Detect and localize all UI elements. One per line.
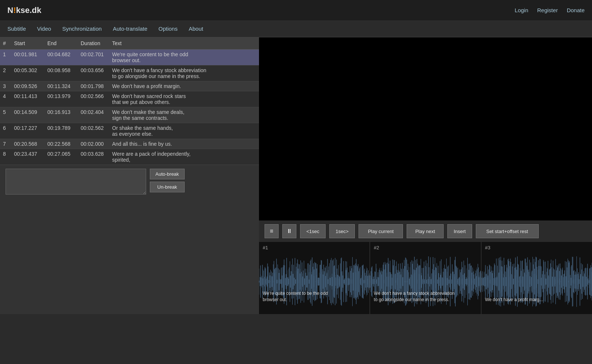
main-content: # Start End Duration Text 1 00:01.981 00… — [0, 37, 592, 314]
table-row[interactable]: 6 00:17.227 00:19.789 00:02.562 Or shake… — [0, 123, 259, 139]
row-num: 6 — [0, 123, 11, 139]
header-nav: Login Register Donate — [515, 7, 585, 13]
editor-buttons: Auto-break Un-break — [150, 169, 185, 192]
row-start: 00:14.509 — [11, 107, 44, 123]
row-text: We're quite content to be the odd browse… — [109, 50, 259, 65]
row-duration: 00:03.656 — [78, 65, 109, 81]
table-row[interactable]: 2 00:05.302 00:08.958 00:03.656 We don't… — [0, 65, 259, 81]
plus-sec-button[interactable]: 1sec> — [329, 224, 355, 238]
waveform-subtitle-text: We're quite content to be the oddbrowser… — [263, 290, 366, 303]
navigation: Subtitle Video Synchronization Auto-tran… — [0, 20, 592, 37]
row-end: 00:27.065 — [44, 149, 78, 165]
nav-video[interactable]: Video — [37, 26, 51, 32]
editor-row: Auto-break Un-break — [6, 169, 253, 195]
waveform-label: #2 — [374, 245, 379, 250]
row-start: 00:11.413 — [11, 91, 44, 107]
row-end: 00:16.913 — [44, 107, 78, 123]
un-break-button[interactable]: Un-break — [150, 182, 185, 192]
video-area — [259, 37, 592, 220]
set-start-button[interactable]: Set start+offset rest — [476, 224, 539, 238]
row-text: Were are a pack of independently, spirit… — [109, 149, 259, 165]
pause-icon-button[interactable]: ⏸ — [282, 224, 296, 238]
row-start: 00:09.526 — [11, 81, 44, 91]
col-header-duration: Duration — [78, 37, 109, 50]
row-end: 00:04.682 — [44, 50, 78, 65]
login-link[interactable]: Login — [515, 7, 528, 13]
row-num: 8 — [0, 149, 11, 165]
row-start: 00:05.302 — [11, 65, 44, 81]
row-start: 00:20.568 — [11, 139, 44, 149]
waveform-canvas — [370, 242, 481, 314]
waveform-subtitle-text: We don't have a fancy stock abbreviation… — [374, 290, 477, 303]
waveform-label: #3 — [485, 245, 490, 250]
play-next-button[interactable]: Play next — [407, 224, 444, 238]
row-duration: 00:03.628 — [78, 149, 109, 165]
col-header-end: End — [44, 37, 78, 50]
waveform-area: #1We're quite content to be the oddbrows… — [259, 242, 592, 314]
row-start: 00:17.227 — [11, 123, 44, 139]
row-duration: 00:02.000 — [78, 139, 109, 149]
row-num: 1 — [0, 50, 11, 65]
col-header-start: Start — [11, 37, 44, 50]
video-controls: ≡ ⏸ <1sec 1sec> Play current Play next I… — [259, 220, 592, 242]
row-text: And all this... is fine by us. — [109, 139, 259, 149]
nav-auto-translate[interactable]: Auto-translate — [113, 26, 147, 32]
row-duration: 00:02.701 — [78, 50, 109, 65]
row-text: Or shake the same hands, as everyone els… — [109, 123, 259, 139]
pause-icon: ⏸ — [286, 228, 292, 235]
waveform-segment: #3We don't have a profit marg... — [481, 242, 592, 314]
text-editor-area: Auto-break Un-break — [0, 165, 259, 198]
row-num: 3 — [0, 81, 11, 91]
auto-break-button[interactable]: Auto-break — [150, 169, 185, 179]
row-duration: 00:02.404 — [78, 107, 109, 123]
table-row[interactable]: 8 00:23.437 00:27.065 00:03.628 Were are… — [0, 149, 259, 165]
table-row[interactable]: 5 00:14.509 00:16.913 00:02.404 We don't… — [0, 107, 259, 123]
waveform-subtitle-text: We don't have a profit marg... — [485, 297, 588, 303]
table-row[interactable]: 1 00:01.981 00:04.682 00:02.701 We're qu… — [0, 50, 259, 65]
register-link[interactable]: Register — [537, 7, 558, 13]
row-text: We don't have sacred rock stars that we … — [109, 91, 259, 107]
table-row[interactable]: 7 00:20.568 00:22.568 00:02.000 And all … — [0, 139, 259, 149]
logo[interactable]: N!kse.dk — [7, 6, 41, 15]
waveform-segment: #1We're quite content to be the oddbrows… — [259, 242, 370, 314]
waveform-canvas — [259, 242, 370, 314]
insert-button[interactable]: Insert — [447, 224, 472, 238]
row-end: 00:11.324 — [44, 81, 78, 91]
col-header-text: Text — [109, 37, 259, 50]
row-end: 00:08.958 — [44, 65, 78, 81]
row-end: 00:22.568 — [44, 139, 78, 149]
subtitle-table: # Start End Duration Text 1 00:01.981 00… — [0, 37, 259, 165]
header: N!kse.dk Login Register Donate — [0, 0, 592, 20]
nav-about[interactable]: About — [189, 26, 203, 32]
list-icon-button[interactable]: ≡ — [265, 224, 279, 238]
row-end: 00:19.789 — [44, 123, 78, 139]
waveform-canvas — [481, 242, 592, 314]
row-duration: 00:02.566 — [78, 91, 109, 107]
row-num: 7 — [0, 139, 11, 149]
row-num: 5 — [0, 107, 11, 123]
right-panel: ≡ ⏸ <1sec 1sec> Play current Play next I… — [259, 37, 592, 314]
row-text: We don't make the same deals, sign the s… — [109, 107, 259, 123]
donate-link[interactable]: Donate — [567, 7, 585, 13]
waveform-segment: #2We don't have a fancy stock abbreviati… — [370, 242, 481, 314]
nav-subtitle[interactable]: Subtitle — [7, 26, 26, 32]
row-duration: 00:01.798 — [78, 81, 109, 91]
list-icon: ≡ — [270, 228, 273, 235]
play-current-button[interactable]: Play current — [359, 224, 403, 238]
row-text: We don't have a fancy stock abbreviation… — [109, 65, 259, 81]
row-start: 00:23.437 — [11, 149, 44, 165]
table-row[interactable]: 4 00:11.413 00:13.979 00:02.566 We don't… — [0, 91, 259, 107]
nav-synchronization[interactable]: Synchronization — [62, 26, 102, 32]
row-text: We don't have a profit margin. — [109, 81, 259, 91]
row-num: 2 — [0, 65, 11, 81]
waveform-label: #1 — [263, 245, 268, 250]
table-row[interactable]: 3 00:09.526 00:11.324 00:01.798 We don't… — [0, 81, 259, 91]
col-header-num: # — [0, 37, 11, 50]
row-end: 00:13.979 — [44, 91, 78, 107]
row-start: 00:01.981 — [11, 50, 44, 65]
subtitle-text-editor[interactable] — [6, 169, 146, 195]
minus-sec-button[interactable]: <1sec — [300, 224, 326, 238]
row-num: 4 — [0, 91, 11, 107]
nav-options[interactable]: Options — [158, 26, 178, 32]
row-duration: 00:02.562 — [78, 123, 109, 139]
